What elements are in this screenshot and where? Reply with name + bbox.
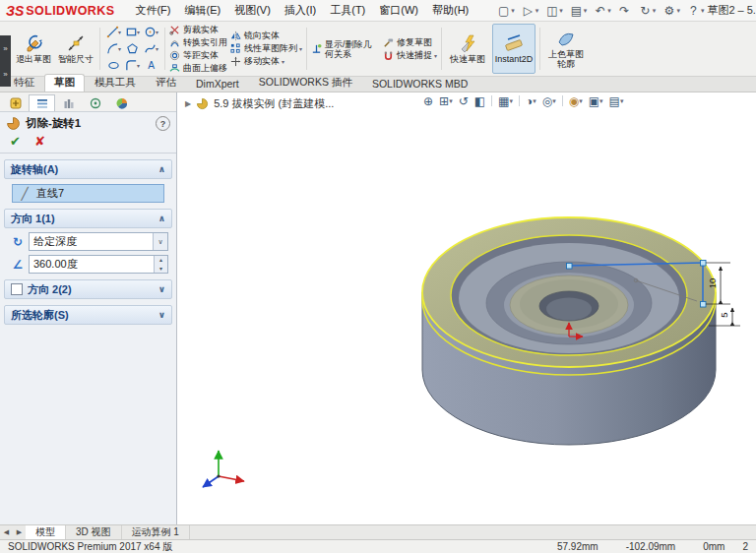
spline-tool-button[interactable]: ▾ xyxy=(142,40,160,57)
linear-sketch-pattern-button[interactable]: 线性草图阵列 ▾ xyxy=(230,43,302,55)
shaded-contours-label: 上色草图轮廓 xyxy=(545,49,587,69)
rebuild-button[interactable]: ↻▾ xyxy=(635,4,660,18)
zoom-fit-button[interactable]: ⊕ xyxy=(421,94,435,108)
axis-selection-box[interactable]: ╱ 直线7 xyxy=(12,184,164,203)
view-settings-button[interactable]: ▤▾ xyxy=(607,94,626,108)
menu-file[interactable]: 文件(F) xyxy=(128,3,177,18)
rapid-sketch-button[interactable]: 快速草图 xyxy=(446,24,489,74)
ok-button[interactable]: ✔ xyxy=(10,134,21,149)
manager-tabs xyxy=(0,92,176,112)
apply-scene-button[interactable]: ▣▾ xyxy=(587,94,605,108)
dimxpertmanager-icon xyxy=(89,96,102,110)
trim-entities-button[interactable]: 剪裁实体 xyxy=(169,24,227,35)
tab-sketch[interactable]: 草图 xyxy=(44,74,85,92)
menu-window[interactable]: 窗口(W) xyxy=(372,3,425,18)
quick-snaps-button[interactable]: 快速捕捉 ▾ xyxy=(383,49,437,61)
sketch-handle[interactable] xyxy=(567,264,573,270)
cancel-button[interactable]: ✘ xyxy=(34,134,45,149)
hide-show-items-button[interactable]: ◎▾ xyxy=(540,94,558,108)
revolve-direction-icon[interactable]: ↻ xyxy=(10,235,26,249)
breadcrumb-arrow-icon[interactable]: ▶ xyxy=(185,99,191,108)
tab-evaluate[interactable]: 评估 xyxy=(146,74,186,92)
arc-tool-button[interactable]: ▾ xyxy=(104,40,123,57)
caret-icon: ▾ xyxy=(559,7,563,15)
tab-scroll-left-button[interactable]: ◀ xyxy=(0,525,13,539)
axis-of-revolution-section-header[interactable]: 旋转轴(A) ∧ xyxy=(4,159,172,179)
direction2-checkbox[interactable] xyxy=(11,283,23,295)
print-button[interactable]: ▤▾ xyxy=(566,4,591,18)
dimxpertmanager-tab[interactable] xyxy=(82,94,108,111)
sketch-handle[interactable] xyxy=(701,261,707,267)
section-view-button[interactable]: ◧ xyxy=(472,94,487,108)
menu-view[interactable]: 视图(V) xyxy=(227,3,278,18)
sketch-fillet-tool-button[interactable]: ▾ xyxy=(123,57,142,74)
breadcrumb[interactable]: ▶ 5.9 拔模实例 (封盖建模... xyxy=(185,96,334,111)
document-tabs-bar: ◀ ▶ 模型 3D 视图 运动算例 1 xyxy=(0,524,756,539)
displaymanager-tab[interactable] xyxy=(108,94,135,111)
instant2d-button[interactable]: Instant2D xyxy=(492,24,536,74)
zoom-area-button[interactable]: ⊞▾ xyxy=(437,94,455,108)
rectangle-tool-button[interactable]: ▾ xyxy=(123,24,142,40)
tab-dimxpert[interactable]: DimXpert xyxy=(186,76,249,92)
ellipse-tool-button[interactable] xyxy=(104,57,123,74)
mirror-entities-button[interactable]: 镜向实体 xyxy=(230,31,302,42)
open-button[interactable]: ▷▾ xyxy=(518,4,542,18)
propertymanager-tab[interactable] xyxy=(29,94,55,111)
repair-sketch-button[interactable]: 修复草图 xyxy=(383,36,437,48)
direction2-section-header[interactable]: 方向 2(2) ∨ xyxy=(4,279,172,299)
help-button[interactable]: ?▾ xyxy=(683,4,708,18)
model-3d-view[interactable]: 10 5 xyxy=(177,92,756,524)
angle-input[interactable]: 360.00度 ▴ ▾ xyxy=(29,255,168,274)
bottom-tab-3d-views[interactable]: 3D 视图 xyxy=(66,525,122,539)
line-tool-button[interactable]: ▾ xyxy=(104,24,123,40)
collapsed-toolbar-strip[interactable]: » » xyxy=(0,35,11,87)
graphics-viewport[interactable]: ▶ 5.9 拔模实例 (封盖建模... ⊕ ⊞▾ ↺ ◧ ▦▾ ◑▾ ◎▾ ◉▾… xyxy=(177,92,756,524)
direction1-section-header[interactable]: 方向 1(1) ∧ xyxy=(4,209,172,228)
menu-edit[interactable]: 编辑(E) xyxy=(178,3,228,18)
exit-sketch-button[interactable]: 退出草图 xyxy=(14,24,53,74)
tab-mold-tools[interactable]: 模具工具 xyxy=(85,74,146,92)
spin-down-icon[interactable]: ▾ xyxy=(155,265,167,274)
tab-solidworks-mbd[interactable]: SOLIDWORKS MBD xyxy=(362,76,477,92)
repair-sketch-label: 修复草图 xyxy=(397,36,432,49)
bottom-tab-model[interactable]: 模型 xyxy=(26,525,66,539)
save-icon: ◫ xyxy=(544,4,559,18)
new-document-button[interactable]: ▢▾ xyxy=(493,4,518,18)
sketch-text-tool-button[interactable]: A xyxy=(142,57,160,74)
edit-appearance-button[interactable]: ◉▾ xyxy=(567,94,585,108)
tab-scroll-right-button[interactable]: ▶ xyxy=(13,525,26,539)
sketch-handle[interactable] xyxy=(701,302,707,308)
previous-view-button[interactable]: ↺ xyxy=(457,94,471,108)
offset-on-surface-button[interactable]: 曲面上偏移 xyxy=(169,62,227,74)
menu-help[interactable]: 帮助(H) xyxy=(425,3,475,18)
view-orientation-button[interactable]: ▦▾ xyxy=(496,94,515,108)
move-entities-button[interactable]: 移动实体 ▾ xyxy=(230,56,302,68)
display-delete-relations-button[interactable]: 显示/删除几何关系 xyxy=(311,24,380,74)
axis-icon: ╱ xyxy=(17,187,32,201)
polygon-tool-button[interactable] xyxy=(123,40,142,57)
selected-contours-section-header[interactable]: 所选轮廓(S) ∨ xyxy=(4,305,172,325)
spin-up-icon[interactable]: ▴ xyxy=(155,256,167,265)
undo-button[interactable]: ↶▾ xyxy=(590,4,614,18)
shaded-sketch-contours-button[interactable]: 上色草图轮廓 xyxy=(544,24,588,74)
circle-tool-button[interactable]: ▾ xyxy=(142,24,160,40)
redo-button[interactable]: ↷ xyxy=(614,4,635,18)
bottom-tab-motion-study[interactable]: 运动算例 1 xyxy=(122,525,190,539)
chevron-down-icon[interactable]: ∨ xyxy=(153,233,167,250)
convert-entities-button[interactable]: 转换实引用 xyxy=(169,36,227,48)
tab-solidworks-addins[interactable]: SOLIDWORKS 插件 xyxy=(249,74,362,92)
menu-insert[interactable]: 插入(I) xyxy=(278,3,323,18)
help-icon[interactable]: ? xyxy=(156,116,170,131)
smart-dimension-button[interactable]: 智能尺寸 xyxy=(56,24,95,74)
menu-tools[interactable]: 工具(T) xyxy=(323,3,372,18)
featuremanager-tab[interactable] xyxy=(2,94,29,111)
end-condition-row: ↻ 给定深度 ∨ xyxy=(10,232,168,251)
angle-spinner[interactable]: ▴ ▾ xyxy=(154,256,167,273)
offset-entities-button[interactable]: 等距实体 xyxy=(169,49,227,61)
end-condition-dropdown[interactable]: 给定深度 ∨ xyxy=(29,232,168,251)
configurationmanager-tab[interactable] xyxy=(55,94,82,111)
display-style-button[interactable]: ◑▾ xyxy=(524,94,538,108)
displaymanager-icon xyxy=(115,96,129,110)
save-button[interactable]: ◫▾ xyxy=(541,4,566,18)
options-button[interactable]: ⚙▾ xyxy=(659,4,683,18)
